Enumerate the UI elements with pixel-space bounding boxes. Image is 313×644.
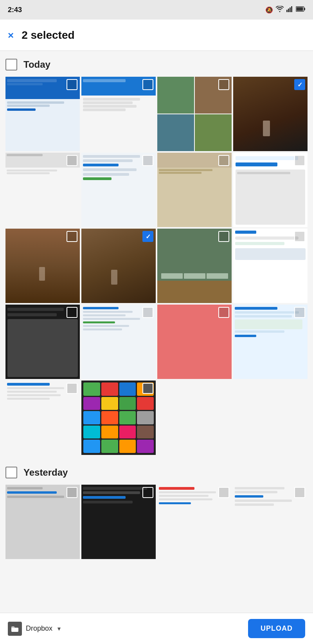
grid-item[interactable]	[157, 485, 232, 559]
item-checkbox[interactable]	[294, 231, 305, 242]
grid-item[interactable]	[5, 305, 80, 379]
item-checkbox[interactable]	[218, 487, 229, 498]
grid-item[interactable]	[5, 153, 80, 227]
close-button[interactable]: ×	[8, 30, 14, 40]
item-checkbox[interactable]	[142, 487, 153, 498]
yesterday-grid	[5, 485, 308, 559]
item-checkbox[interactable]	[142, 231, 153, 242]
dropbox-folder-icon	[8, 622, 22, 636]
item-checkbox[interactable]	[218, 79, 229, 90]
item-checkbox[interactable]	[142, 155, 153, 166]
item-checkbox[interactable]	[294, 307, 305, 318]
svg-rect-5	[304, 8, 305, 10]
item-checkbox[interactable]	[294, 79, 305, 90]
mute-icon: 🔕	[265, 6, 273, 14]
grid-item[interactable]	[5, 229, 80, 303]
svg-rect-6	[297, 7, 303, 11]
item-checkbox[interactable]	[67, 231, 77, 242]
wifi-icon	[275, 6, 284, 14]
item-checkbox[interactable]	[142, 307, 153, 318]
grid-item[interactable]	[157, 305, 232, 379]
grid-item[interactable]	[81, 485, 156, 559]
item-checkbox[interactable]	[218, 155, 229, 166]
grid-item[interactable]	[233, 305, 308, 379]
today-section-header: Today	[5, 59, 308, 70]
item-checkbox[interactable]	[142, 79, 153, 90]
item-checkbox[interactable]	[218, 231, 229, 242]
yesterday-section: Yesterday	[0, 459, 313, 563]
grid-item[interactable]	[5, 381, 80, 455]
item-checkbox[interactable]	[67, 79, 77, 90]
today-section-title: Today	[23, 59, 50, 70]
grid-item[interactable]	[81, 229, 156, 303]
upload-button[interactable]: UPLOAD	[248, 619, 305, 638]
signal-icon	[286, 6, 293, 14]
grid-item[interactable]	[5, 485, 80, 559]
status-time: 2:43	[8, 6, 22, 14]
grid-item[interactable]	[233, 77, 308, 151]
item-checkbox[interactable]	[142, 383, 153, 394]
grid-item[interactable]	[5, 77, 80, 151]
today-grid	[5, 77, 308, 455]
battery-icon	[296, 6, 305, 13]
item-checkbox[interactable]	[67, 307, 77, 318]
grid-item[interactable]	[157, 153, 232, 227]
svg-rect-1	[288, 9, 289, 12]
item-checkbox[interactable]	[67, 383, 77, 394]
chevron-down-icon: ▼	[56, 626, 62, 632]
bottom-spacer	[0, 563, 313, 594]
bottom-bar: Dropbox ▼ UPLOAD	[0, 613, 313, 644]
svg-rect-3	[291, 6, 292, 12]
item-checkbox[interactable]	[67, 487, 77, 498]
grid-item[interactable]	[81, 153, 156, 227]
grid-item[interactable]	[157, 229, 232, 303]
grid-item[interactable]	[81, 77, 156, 151]
today-section: Today	[0, 51, 313, 459]
item-checkbox[interactable]	[294, 155, 305, 166]
item-checkbox[interactable]	[294, 487, 305, 498]
item-checkbox[interactable]	[67, 155, 77, 166]
yesterday-section-header: Yesterday	[5, 467, 308, 478]
grid-item[interactable]	[81, 305, 156, 379]
grid-item[interactable]	[233, 229, 308, 303]
yesterday-select-all-checkbox[interactable]	[5, 467, 17, 478]
status-icons: 🔕	[265, 6, 305, 14]
dropbox-label: Dropbox	[26, 624, 52, 633]
yesterday-section-title: Yesterday	[23, 467, 68, 478]
svg-rect-2	[290, 7, 291, 12]
grid-item[interactable]	[157, 77, 232, 151]
grid-item[interactable]	[233, 485, 308, 559]
selected-count-label: 2 selected	[22, 29, 74, 41]
dropbox-selector[interactable]: Dropbox ▼	[8, 622, 62, 636]
svg-rect-0	[286, 10, 288, 12]
item-checkbox[interactable]	[218, 307, 229, 318]
today-select-all-checkbox[interactable]	[5, 59, 17, 70]
grid-item[interactable]	[233, 153, 308, 227]
status-bar: 2:43 🔕	[0, 0, 313, 20]
header: × 2 selected	[0, 20, 313, 51]
grid-item[interactable]	[81, 381, 156, 455]
